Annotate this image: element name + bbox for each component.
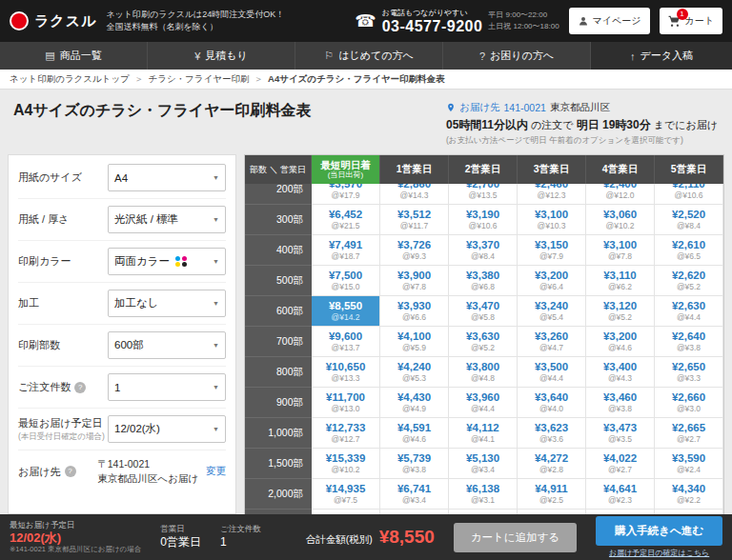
price-cell[interactable]: ¥2,110@¥10.6: [655, 184, 723, 205]
delivery-date-select[interactable]: 12/02(水)▼: [108, 415, 226, 443]
price-cell[interactable]: ¥3,630@¥5.2: [449, 327, 518, 357]
breadcrumb-item[interactable]: チラシ・フライヤー印刷: [148, 73, 249, 86]
nav-item-label: 見積もり: [205, 49, 248, 63]
price-cell[interactable]: ¥4,272@¥2.8: [518, 449, 586, 479]
price-cell[interactable]: ¥2,650@¥3.3: [655, 357, 723, 388]
order-count-select[interactable]: 1▼: [108, 373, 226, 401]
price-cell[interactable]: ¥3,623@¥3.6: [518, 418, 586, 449]
price-cell[interactable]: ¥3,726@¥9.3: [380, 235, 449, 266]
price-cell[interactable]: ¥3,200@¥4.6: [586, 327, 655, 357]
price-cell[interactable]: ¥5,130@¥3.4: [449, 449, 518, 479]
price-cell[interactable]: ¥3,120@¥5.2: [586, 296, 655, 327]
delivery-address-link[interactable]: お届け先: [459, 101, 500, 114]
nav-item-data-upload[interactable]: ↑ データ入稿: [591, 42, 732, 70]
price-cell[interactable]: ¥3,512@¥11.7: [380, 205, 449, 235]
price-cell[interactable]: ¥4,112@¥4.1: [449, 418, 518, 449]
price-cell[interactable]: ¥6,741@¥3.4: [380, 479, 449, 510]
print-color-select[interactable]: 両面カラー▼: [108, 248, 226, 275]
price-cell[interactable]: ¥15,339@¥10.2: [312, 449, 380, 479]
price-cell[interactable]: ¥4,100@¥5.9: [380, 327, 449, 357]
price-cell[interactable]: ¥14,935@¥7.5: [312, 479, 380, 510]
mypage-button[interactable]: マイページ: [569, 8, 650, 34]
price-cell[interactable]: ¥3,060@¥10.2: [586, 205, 655, 235]
price-cell[interactable]: ¥3,190@¥10.6: [449, 205, 518, 235]
form-row-print-quantity: 印刷部数600部▼: [18, 325, 226, 367]
price-cell[interactable]: ¥3,800@¥4.8: [449, 357, 518, 388]
change-address-link[interactable]: 変更: [206, 465, 226, 478]
price-cell[interactable]: ¥4,430@¥4.9: [380, 388, 449, 418]
price-cell[interactable]: ¥3,100@¥10.3: [518, 205, 586, 235]
price-cell[interactable]: ¥2,860@¥14.3: [380, 184, 449, 205]
unit-price: @¥3.4: [402, 496, 426, 506]
price-cell[interactable]: ¥2,400@¥12.0: [586, 184, 655, 205]
price-value: ¥3,460: [603, 391, 637, 405]
price-cell[interactable]: ¥2,630@¥4.4: [655, 296, 723, 327]
help-icon[interactable]: ?: [74, 382, 86, 393]
unit-price: @¥13.5: [469, 191, 498, 201]
price-cell[interactable]: ¥7,500@¥15.0: [312, 266, 380, 296]
price-cell[interactable]: ¥2,640@¥3.8: [655, 327, 723, 357]
price-cell[interactable]: ¥4,340@¥2.2: [655, 479, 723, 510]
checkout-button[interactable]: 購入手続きへ進む: [596, 516, 722, 546]
price-cell[interactable]: ¥3,960@¥4.4: [449, 388, 518, 418]
price-cell[interactable]: ¥3,640@¥4.0: [518, 388, 586, 418]
cart-button[interactable]: 1 カート: [660, 8, 722, 34]
paper-size-select[interactable]: A4▼: [108, 164, 226, 191]
price-cell[interactable]: ¥3,400@¥4.3: [586, 357, 655, 388]
price-cell[interactable]: ¥3,470@¥5.8: [449, 296, 518, 327]
unit-price: @¥3.8: [677, 344, 701, 353]
raksul-logo[interactable]: ラクスル: [10, 11, 96, 30]
nav-item-beginners[interactable]: ⚐はじめての方へ: [295, 42, 443, 70]
price-cell[interactable]: ¥6,138@¥3.1: [449, 479, 518, 510]
price-cell[interactable]: ¥3,473@¥3.5: [586, 418, 655, 449]
price-cell[interactable]: ¥4,641@¥2.3: [586, 479, 655, 510]
price-cell[interactable]: ¥6,452@¥21.5: [312, 205, 380, 235]
price-cell[interactable]: ¥11,700@¥13.0: [312, 388, 380, 418]
price-cell-selected[interactable]: ¥8,550@¥14.2: [312, 296, 380, 327]
breadcrumb-item[interactable]: ネット印刷のラクスルトップ: [10, 73, 130, 86]
price-cell[interactable]: ¥3,110@¥6.2: [586, 266, 655, 296]
nav-item-label: 商品一覧: [60, 49, 102, 63]
price-cell[interactable]: ¥4,911@¥2.5: [518, 479, 586, 510]
price-cell[interactable]: ¥2,660@¥3.0: [655, 388, 723, 418]
help-icon[interactable]: ?: [65, 466, 76, 477]
price-cell[interactable]: ¥3,150@¥7.9: [518, 235, 586, 266]
price-table-viewport[interactable]: 200部¥3,570@¥17.9¥2,860@¥14.3¥2,700@¥13.5…: [245, 184, 723, 514]
form-label-print-color: 印刷カラー: [18, 254, 71, 269]
finishing-select[interactable]: 加工なし▼: [108, 290, 226, 317]
price-cell[interactable]: ¥4,591@¥4.6: [380, 418, 449, 449]
add-to-cart-button[interactable]: カートに追加する: [454, 523, 577, 552]
price-cell[interactable]: ¥3,900@¥7.8: [380, 266, 449, 296]
price-cell[interactable]: ¥2,610@¥6.5: [655, 235, 723, 266]
price-cell[interactable]: ¥2,665@¥2.7: [655, 418, 723, 449]
print-quantity-select[interactable]: 600部▼: [108, 331, 226, 359]
price-cell[interactable]: ¥4,022@¥2.7: [586, 449, 655, 479]
price-cell[interactable]: ¥3,460@¥3.8: [586, 388, 655, 418]
price-cell[interactable]: ¥4,240@¥5.3: [380, 357, 449, 388]
nav-item-estimate[interactable]: ¥見積もり: [148, 42, 295, 70]
price-cell[interactable]: ¥2,520@¥8.4: [655, 205, 723, 235]
nav-item-support[interactable]: ?お困りの方へ: [443, 42, 591, 70]
nav-item-products[interactable]: ▤商品一覧: [0, 42, 148, 70]
price-cell[interactable]: ¥3,380@¥6.8: [449, 266, 518, 296]
price-cell[interactable]: ¥3,200@¥6.4: [518, 266, 586, 296]
confirm-delivery-link[interactable]: お届け予定日の確定はこちら: [609, 548, 709, 558]
price-cell[interactable]: ¥2,700@¥13.5: [449, 184, 518, 205]
body-columns: 用紙のサイズA4▼用紙 / 厚さ光沢紙 / 標準▼印刷カラー両面カラー▼加工加工…: [8, 154, 724, 514]
paper-type-select[interactable]: 光沢紙 / 標準▼: [108, 206, 226, 233]
price-cell[interactable]: ¥9,600@¥13.7: [312, 327, 380, 357]
price-cell[interactable]: ¥10,650@¥13.3: [312, 357, 380, 388]
price-cell[interactable]: ¥3,370@¥8.4: [449, 235, 518, 266]
price-cell[interactable]: ¥7,491@¥18.7: [312, 235, 380, 266]
price-cell[interactable]: ¥5,739@¥3.8: [380, 449, 449, 479]
price-cell[interactable]: ¥3,240@¥5.4: [518, 296, 586, 327]
price-cell[interactable]: ¥12,733@¥12.7: [312, 418, 380, 449]
price-cell[interactable]: ¥3,570@¥17.9: [312, 184, 380, 205]
price-cell[interactable]: ¥3,930@¥6.6: [380, 296, 449, 327]
price-cell[interactable]: ¥2,460@¥12.3: [518, 184, 586, 205]
price-cell[interactable]: ¥2,620@¥5.2: [655, 266, 723, 296]
price-cell[interactable]: ¥3,100@¥7.8: [586, 235, 655, 266]
price-cell[interactable]: ¥3,260@¥4.7: [518, 327, 586, 357]
price-cell[interactable]: ¥3,590@¥2.4: [655, 449, 723, 479]
price-cell[interactable]: ¥3,500@¥4.4: [518, 357, 586, 388]
